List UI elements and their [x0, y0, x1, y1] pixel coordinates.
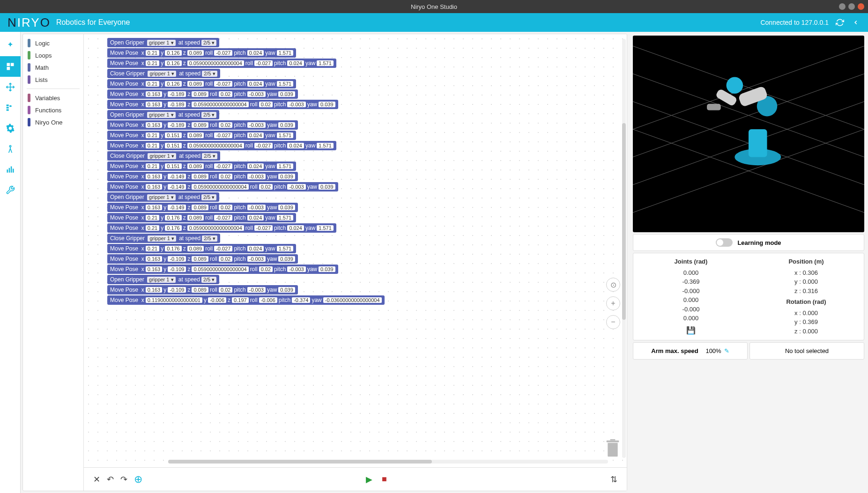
nav-blockly-icon[interactable]	[0, 56, 21, 77]
svg-point-8	[9, 146, 11, 147]
nav-move-icon[interactable]	[0, 77, 21, 97]
move-pose-block[interactable]: Move Pose x 0.163 y -0.189 z 0.059000000…	[107, 100, 338, 109]
move-pose-block[interactable]: Move Pose x 0.21 y 0.126 z 0.05900000000…	[107, 59, 336, 68]
tagline: Robotics for Everyone	[56, 18, 130, 27]
svg-rect-11	[11, 166, 12, 172]
transfer-button[interactable]: ⇅	[610, 475, 617, 484]
clear-button[interactable]: ✕	[93, 474, 100, 485]
svg-rect-2	[7, 67, 10, 70]
svg-rect-15	[610, 439, 616, 441]
move-pose-block[interactable]: Move Pose x 0.21 y 0.176 z 0.089 roll -0…	[107, 213, 296, 222]
move-pose-block[interactable]: Move Pose x 0.21 y 0.176 z 0.05900000000…	[107, 223, 336, 233]
move-pose-block[interactable]: Move Pose x 0.163 y -0.189 z 0.089 roll …	[107, 120, 298, 130]
gripper-block[interactable]: Open Gripper gripper 1 ▾ at speed 2/5 ▾	[107, 110, 219, 119]
logo: NIRYO Robotics for Everyone	[7, 15, 130, 30]
learning-mode-label: Learning mode	[737, 239, 781, 246]
svg-rect-0	[7, 63, 10, 66]
tool-panel: No tool selected	[749, 342, 864, 360]
learning-mode-toggle[interactable]	[716, 238, 733, 247]
workspace[interactable]: Open Gripper gripper 1 ▾ at speed 2/5 ▾M…	[84, 34, 627, 491]
svg-rect-12	[13, 169, 14, 172]
move-pose-block[interactable]: Move Pose x 0.163 y -0.109 z 0.059000000…	[107, 265, 338, 274]
robot-arm-graphic	[707, 77, 781, 165]
edit-speed-icon[interactable]: ✎	[724, 347, 729, 354]
nav-tools-icon[interactable]	[0, 180, 21, 200]
move-pose-block[interactable]: Move Pose x 0.21 y 0.176 z 0.089 roll -0…	[107, 244, 296, 253]
move-pose-block[interactable]: Move Pose x 0.163 y -0.109 z 0.089 roll …	[107, 285, 298, 294]
svg-rect-13	[608, 443, 617, 456]
move-pose-block[interactable]: Move Pose x 0.21 y 0.151 z 0.089 roll -0…	[107, 162, 296, 171]
trash-icon[interactable]	[605, 439, 620, 458]
category-logic[interactable]: Logic	[23, 37, 83, 49]
gripper-block[interactable]: Close Gripper gripper 1 ▾ at speed 2/5 ▾	[107, 234, 220, 243]
learning-mode-row: Learning mode	[633, 234, 864, 251]
titlebar: Niryo One Studio	[0, 0, 868, 13]
move-pose-block[interactable]: Move Pose x 0.163 y -0.189 z 0.089 roll …	[107, 89, 298, 99]
add-button[interactable]: ⊕	[134, 473, 142, 486]
gripper-block[interactable]: Open Gripper gripper 1 ▾ at speed 2/5 ▾	[107, 192, 219, 202]
main: LogicLoopsMathListsVariablesFunctionsNir…	[0, 32, 868, 493]
joints-column: Joints (rad) 0.000-0.369 -0.0000.000 -0.…	[633, 257, 749, 336]
zoom-in-button[interactable]: +	[606, 296, 620, 310]
nav-sequence-icon[interactable]	[0, 97, 21, 118]
category-variables[interactable]: Variables	[23, 92, 83, 104]
window-controls	[839, 3, 864, 10]
nav-settings-icon[interactable]	[0, 118, 21, 139]
refresh-icon[interactable]	[835, 18, 845, 27]
svg-rect-25	[749, 129, 767, 157]
move-pose-block[interactable]: Move Pose x 0.163 y -0.149 z 0.089 roll …	[107, 203, 298, 212]
nav-chart-icon[interactable]	[0, 159, 21, 180]
gripper-block[interactable]: Open Gripper gripper 1 ▾ at speed 2/5 ▾	[107, 38, 219, 47]
svg-point-28	[727, 77, 743, 94]
move-pose-block[interactable]: Move Pose x 0.163 y -0.149 z 0.059000000…	[107, 182, 338, 191]
right-panel: Learning mode Joints (rad) 0.000-0.369 -…	[629, 32, 868, 493]
svg-rect-1	[11, 63, 14, 66]
gripper-block[interactable]: Close Gripper gripper 1 ▾ at speed 2/5 ▾	[107, 151, 220, 161]
zoom-out-button[interactable]: −	[606, 315, 620, 329]
categories: LogicLoopsMathListsVariablesFunctionsNir…	[23, 34, 84, 491]
status-panel: Joints (rad) 0.000-0.369 -0.0000.000 -0.…	[633, 253, 864, 340]
center-button[interactable]: ⊙	[606, 278, 620, 292]
svg-rect-7	[7, 109, 9, 110]
svg-rect-10	[9, 168, 10, 173]
category-math[interactable]: Math	[23, 61, 83, 74]
move-pose-block[interactable]: Move Pose x 0.163 y -0.149 z 0.089 roll …	[107, 172, 298, 181]
viewer-3d[interactable]	[633, 36, 864, 232]
move-pose-block[interactable]: Move Pose x 0.21 y 0.151 z 0.089 roll -0…	[107, 131, 296, 140]
nav-connect-icon[interactable]	[0, 36, 21, 56]
move-pose-block[interactable]: Move Pose x 0.21 y 0.151 z 0.05900000000…	[107, 141, 336, 150]
category-niryo one[interactable]: Niryo One	[23, 116, 83, 128]
move-pose-block[interactable]: Move Pose x 0.21 y 0.126 z 0.089 roll -0…	[107, 79, 296, 88]
workspace-controls: ⊙ + −	[606, 278, 620, 329]
svg-rect-30	[707, 104, 721, 110]
category-loops[interactable]: Loops	[23, 49, 83, 61]
vertical-scrollbar[interactable]	[622, 39, 626, 458]
undo-button[interactable]: ↶	[107, 474, 114, 485]
blockly-area: LogicLoopsMathListsVariablesFunctionsNir…	[22, 34, 627, 491]
svg-rect-14	[607, 441, 619, 442]
save-joints-icon[interactable]: 💾	[633, 325, 749, 336]
left-sidebar	[0, 32, 21, 493]
play-button[interactable]: ▶	[366, 474, 372, 485]
category-lists[interactable]: Lists	[23, 74, 83, 86]
move-pose-block[interactable]: Move Pose x 0.21 y 0.126 z 0.089 roll -0…	[107, 48, 296, 58]
gripper-block[interactable]: Close Gripper gripper 1 ▾ at speed 2/5 ▾	[107, 69, 220, 78]
chevron-left-icon[interactable]	[851, 18, 861, 27]
maximize-button[interactable]	[848, 3, 855, 10]
move-pose-block[interactable]: Move Pose x 0.163 y -0.109 z 0.089 roll …	[107, 254, 298, 264]
redo-button[interactable]: ↷	[120, 474, 127, 485]
connection-status: Connected to 127.0.0.1	[760, 19, 829, 26]
svg-rect-5	[7, 104, 9, 106]
blocks-container: Open Gripper gripper 1 ▾ at speed 2/5 ▾M…	[107, 38, 385, 306]
move-pose-block[interactable]: Move Pose x 0.11900000000000001 y -0.006…	[107, 295, 385, 305]
horizontal-scrollbar[interactable]	[168, 460, 608, 464]
minimize-button[interactable]	[839, 3, 846, 10]
close-button[interactable]	[858, 3, 864, 10]
gripper-block[interactable]: Open Gripper gripper 1 ▾ at speed 2/5 ▾	[107, 275, 219, 284]
stop-button[interactable]: ■	[382, 474, 387, 485]
bottom-bar: ✕ ↶ ↷ ⊕ ▶ ■ ⇅	[84, 467, 627, 491]
nav-calibration-icon[interactable]	[0, 139, 21, 159]
category-functions[interactable]: Functions	[23, 104, 83, 116]
content: LogicLoopsMathListsVariablesFunctionsNir…	[21, 32, 629, 493]
app-header: NIRYO Robotics for Everyone Connected to…	[0, 13, 868, 32]
